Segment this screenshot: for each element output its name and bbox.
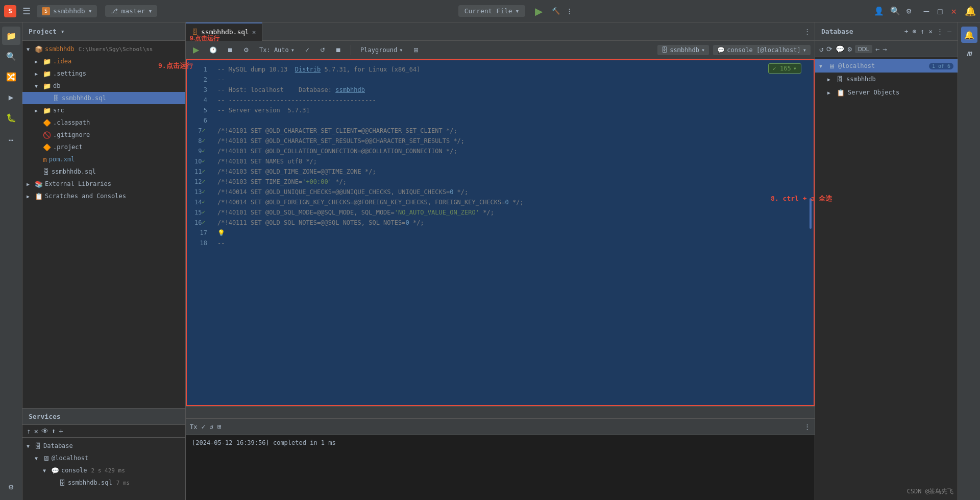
tree-item-settings[interactable]: ▶ 📁 .settings bbox=[22, 67, 185, 80]
tx-refresh-button[interactable]: ↺ bbox=[317, 45, 328, 55]
right-strip-m[interactable]: m bbox=[961, 45, 977, 61]
db-add-icon[interactable]: + bbox=[904, 28, 909, 35]
db-item-server-objects[interactable]: ▶ 📋 Server Objects bbox=[815, 86, 958, 99]
tree-arrow-scratches: ▶ bbox=[27, 194, 33, 199]
code-line-18: -- bbox=[217, 238, 807, 248]
db-more-icon[interactable]: ⋮ bbox=[937, 28, 943, 35]
code-editor-inner[interactable]: 1 2 3 4 5 6 7 ✓ 8 ✓ 9 ✓ 10 ✓ 11 ✓ 12 ✓ 1… bbox=[186, 59, 815, 406]
build-icon[interactable]: 🔨 bbox=[552, 7, 560, 15]
sidebar-icon-vcs[interactable]: 🔀 bbox=[2, 67, 20, 86]
db-copy-icon[interactable]: ⊕ bbox=[913, 28, 917, 35]
playground-selector[interactable]: Playground ▾ bbox=[357, 45, 406, 55]
minimize-button[interactable]: — bbox=[921, 6, 931, 16]
tree-item-classpath[interactable]: 🔶 .classpath bbox=[22, 116, 185, 129]
settings-icon[interactable]: ⚙ bbox=[906, 6, 912, 16]
tree-item-project[interactable]: 🔶 .project bbox=[22, 141, 185, 153]
db-arrow-server-objects: ▶ bbox=[827, 90, 834, 96]
line-num-14: 14 ✓ bbox=[187, 197, 211, 207]
code-content[interactable]: -- MySQL dump 10.13 Distrib 5.7.31, for … bbox=[211, 60, 814, 405]
db-settings2-icon[interactable]: ⚙ bbox=[847, 45, 851, 53]
right-strip-notifications[interactable]: 🔔 bbox=[961, 27, 977, 43]
db-arrow-right[interactable]: → bbox=[883, 45, 887, 53]
close-button[interactable]: ✕ bbox=[949, 6, 959, 16]
services-item-console[interactable]: ▼ 💬 console 2 s 429 ms bbox=[22, 464, 185, 477]
tx-selector[interactable]: Tx: Auto ▾ bbox=[256, 45, 298, 55]
account-icon[interactable]: 👤 bbox=[874, 6, 884, 16]
db-item-localhost[interactable]: ▼ 🖥 @localhost 1 of 6 bbox=[815, 59, 958, 73]
tree-item-db[interactable]: ▼ 📁 db bbox=[22, 80, 185, 92]
services-up-icon[interactable]: ↑ bbox=[27, 427, 31, 435]
notification-icon[interactable]: 🔔 bbox=[965, 6, 976, 16]
sidebar-icon-more[interactable]: … bbox=[2, 129, 20, 147]
tx-stop-button[interactable]: ⏹ bbox=[332, 45, 345, 55]
sidebar-icon-run[interactable]: ▶ bbox=[2, 88, 20, 106]
stop-button[interactable]: ⏹ bbox=[224, 45, 236, 55]
tab-more-icon[interactable]: ⋮ bbox=[804, 28, 811, 35]
sidebar-icon-debug[interactable]: 🐛 bbox=[2, 108, 20, 127]
ddl-button[interactable]: DDL bbox=[855, 45, 872, 53]
db-icon-ssmbhhdb: 🗄 bbox=[837, 76, 843, 83]
connection-db-selector[interactable]: 🗄 ssmbhhdb ▾ bbox=[657, 45, 709, 55]
services-eye-icon[interactable]: 👁 bbox=[41, 427, 48, 435]
tree-item-ext-libs[interactable]: ▶ 📚 External Libraries bbox=[22, 178, 185, 190]
tree-item-ssmbhhdb-sql[interactable]: 🗄 ssmbhhdb.sql bbox=[22, 165, 185, 178]
scroll-indicator[interactable] bbox=[810, 198, 812, 229]
services-export-icon[interactable]: ⬆ bbox=[52, 427, 56, 435]
code-editor[interactable]: 1 2 3 4 5 6 7 ✓ 8 ✓ 9 ✓ 10 ✓ 11 ✓ 12 ✓ 1… bbox=[186, 59, 815, 406]
restore-button[interactable]: ❐ bbox=[935, 6, 945, 16]
project-selector[interactable]: S ssmbhhdb ▾ bbox=[37, 5, 97, 17]
sidebar-icon-search[interactable]: 🔍 bbox=[2, 47, 20, 65]
code-line-14: /*!40014 SET @OLD_FOREIGN_KEY_CHECKS=@@F… bbox=[217, 197, 807, 207]
services-close-icon[interactable]: ✕ bbox=[34, 427, 38, 435]
tx-label: Tx: Auto bbox=[259, 46, 289, 54]
more-actions-icon[interactable]: ⋮ bbox=[566, 7, 573, 15]
db-sync-icon[interactable]: ⟳ bbox=[826, 45, 832, 53]
check-count-dropdown[interactable]: ▾ bbox=[793, 65, 797, 72]
table-view-button[interactable]: ⊞ bbox=[410, 45, 422, 55]
console-layout-icon[interactable]: ⊞ bbox=[217, 423, 222, 431]
db-minimize-icon[interactable]: — bbox=[947, 28, 951, 35]
editor-tab-ssmbhhdb[interactable]: 🗄 ssmbhhdb.sql ✕ bbox=[186, 22, 262, 41]
services-item-localhost[interactable]: ▼ 🖥 @localhost bbox=[22, 452, 185, 464]
db-arrow-left[interactable]: ← bbox=[875, 45, 879, 53]
db-console-icon[interactable]: 💬 bbox=[836, 45, 844, 53]
console-check-icon[interactable]: ✓ bbox=[201, 423, 205, 431]
console-more-icon[interactable]: ⋮ bbox=[804, 423, 811, 431]
tx-check-button[interactable]: ✓ bbox=[302, 45, 313, 55]
services-add-icon[interactable]: + bbox=[59, 427, 63, 435]
search-icon[interactable]: 🔍 bbox=[890, 6, 900, 16]
sidebar-icon-project[interactable]: 📁 bbox=[2, 27, 20, 45]
branch-selector[interactable]: ⎇ master ▾ bbox=[105, 5, 157, 17]
tab-close-icon[interactable]: ✕ bbox=[252, 29, 256, 36]
tree-item-sql[interactable]: 🗄 ssmbhhdb.sql bbox=[22, 92, 185, 104]
db-item-ssmbhhdb[interactable]: ▶ 🗄 ssmbhhdb bbox=[815, 73, 958, 86]
code-line-9: /*!40101 SET @OLD_COLLATION_CONNECTION=@… bbox=[217, 146, 807, 156]
branch-name: master bbox=[121, 7, 145, 15]
tree-item-pom[interactable]: m pom.xml bbox=[22, 153, 185, 165]
services-panel: Services ↑ ✕ 👁 ⬆ + ▼ 🗄 Database ▼ 🖥 @loc… bbox=[22, 408, 185, 500]
code-line-16: /*!40111 SET @OLD_SQL_NOTES=@@SQL_NOTES,… bbox=[217, 218, 807, 228]
run-button[interactable]: ▶ bbox=[531, 4, 546, 18]
hamburger-menu[interactable]: ☰ bbox=[20, 4, 33, 18]
connection-db-dropdown: ▾ bbox=[701, 46, 705, 54]
console-refresh-icon[interactable]: ↺ bbox=[209, 423, 213, 431]
services-item-database[interactable]: ▼ 🗄 Database bbox=[22, 440, 185, 452]
db-icon-server-objects: 📋 bbox=[837, 89, 845, 97]
history-button[interactable]: 🕐 bbox=[206, 45, 220, 55]
run-sql-button[interactable]: ▶ 9.点击运行 bbox=[190, 43, 202, 56]
current-file-button[interactable]: Current File ▾ bbox=[458, 5, 526, 17]
tree-item-idea[interactable]: ▶ 📁 .idea bbox=[22, 55, 185, 67]
db-close-icon[interactable]: ✕ bbox=[928, 28, 933, 35]
db-refresh-icon[interactable]: ↺ bbox=[819, 45, 823, 53]
tree-item-scratches[interactable]: ▶ 📋 Scratches and Consoles bbox=[22, 190, 185, 202]
line-num-1: 1 bbox=[187, 64, 211, 75]
connection-console-selector[interactable]: 💬 console [@localhost] ▾ bbox=[713, 45, 811, 55]
services-item-sql[interactable]: 🗄 ssmbhhdb.sql 7 ms bbox=[22, 477, 185, 489]
tree-item-root[interactable]: ▼ 📦 ssmbhhdb C:\Users\Sgy\School\ss bbox=[22, 43, 185, 55]
tree-item-gitignore[interactable]: 🚫 .gitignore bbox=[22, 129, 185, 141]
tree-item-src[interactable]: ▶ 📁 src bbox=[22, 104, 185, 116]
db-up-icon[interactable]: ↑ bbox=[921, 28, 925, 35]
code-line-7: /*!40101 SET @OLD_CHARACTER_SET_CLIENT=@… bbox=[217, 126, 807, 136]
sidebar-icon-settings[interactable]: ⚙ bbox=[2, 478, 20, 496]
settings-sql-button[interactable]: ⚙ bbox=[240, 45, 252, 55]
